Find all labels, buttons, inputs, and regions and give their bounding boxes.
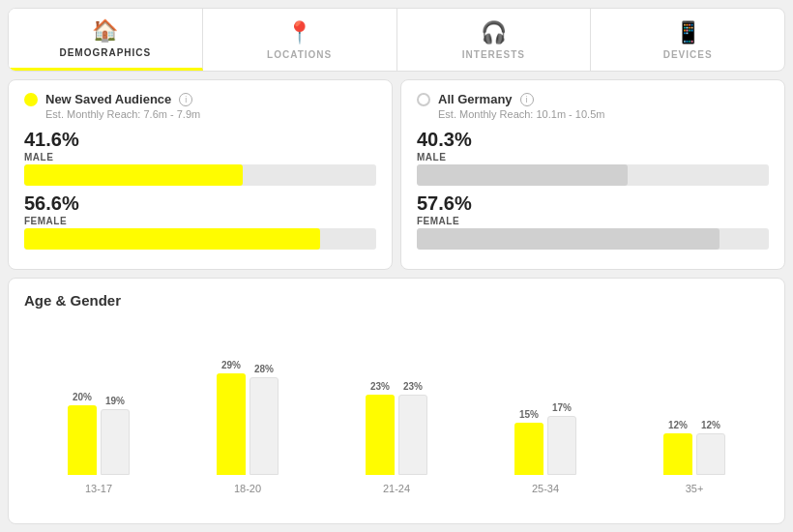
white-pct-35+: 12%: [701, 420, 720, 430]
white-bar-18-20: [250, 377, 279, 475]
yellow-bar-13-17: [68, 405, 97, 475]
bars-container-21-24: 23%23%: [322, 340, 471, 475]
new-saved-female-pct: 56.6%: [24, 193, 376, 213]
white-bar-21-24: [398, 395, 427, 475]
devices-icon: 📱: [675, 20, 701, 45]
all-germany-info-icon[interactable]: i: [520, 93, 534, 106]
tab-devices-label: DEVICES: [663, 49, 713, 60]
new-saved-male-track: [24, 164, 376, 186]
all-germany-male-pct: 40.3%: [417, 130, 769, 149]
new-saved-reach: Est. Monthly Reach: 7.6m - 7.9m: [45, 108, 376, 120]
tab-locations[interactable]: 📍 LOCATIONS: [203, 9, 397, 71]
chart-title: Age & Gender: [24, 292, 769, 309]
new-saved-male-label: MALE: [24, 152, 376, 163]
demographics-icon: 🏠: [92, 18, 118, 44]
bars-container-13-17: 20%19%: [24, 340, 173, 475]
all-germany-male-row: 40.3% MALE: [417, 130, 769, 186]
age-group-18-20: 29%28%18-20: [173, 318, 322, 494]
new-saved-female-row: 56.6% FEMALE: [24, 193, 376, 250]
all-germany-card: All Germany i Est. Monthly Reach: 10.1m …: [400, 79, 785, 270]
all-germany-male-label: MALE: [417, 152, 769, 163]
white-bar-35+: [696, 433, 725, 475]
yellow-pct-21-24: 23%: [370, 381, 390, 392]
yellow-pct-25-34: 15%: [519, 409, 539, 420]
yellow-bar-group-21-24: 23%: [366, 381, 395, 475]
age-gender-chart-section: Age & Gender 20%19%13-1729%28%18-2023%23…: [8, 278, 785, 524]
white-bar-group-25-34: 17%: [547, 402, 576, 475]
white-pct-18-20: 28%: [254, 364, 274, 374]
bars-container-25-34: 15%17%: [471, 340, 620, 475]
yellow-pct-18-20: 29%: [221, 360, 241, 370]
yellow-bar-group-25-34: 15%: [514, 409, 543, 475]
new-saved-male-pct: 41.6%: [24, 130, 376, 149]
yellow-bar-18-20: [217, 373, 246, 475]
all-germany-female-track: [417, 228, 769, 250]
bars-container-35+: 12%12%: [620, 340, 769, 475]
yellow-bar-group-18-20: 29%: [217, 360, 246, 475]
yellow-bar-25-34: [514, 423, 543, 475]
new-saved-header: New Saved Audience i: [24, 92, 376, 106]
tab-interests[interactable]: 🎧 INTERESTS: [397, 9, 592, 71]
white-bar-group-21-24: 23%: [398, 381, 427, 475]
age-label-35+: 35+: [686, 483, 704, 494]
yellow-bar-35+: [663, 433, 692, 475]
white-bar-group-35+: 12%: [696, 420, 725, 475]
age-label-13-17: 13-17: [85, 483, 112, 494]
tab-locations-label: LOCATIONS: [267, 49, 332, 60]
new-saved-audience-card: New Saved Audience i Est. Monthly Reach:…: [8, 79, 393, 270]
new-saved-female-track: [24, 228, 376, 250]
all-germany-reach: Est. Monthly Reach: 10.1m - 10.5m: [438, 108, 769, 120]
new-saved-dot: [24, 93, 38, 106]
age-label-21-24: 21-24: [383, 483, 410, 494]
yellow-bar-group-35+: 12%: [663, 420, 692, 475]
tab-bar: 🏠 DEMOGRAPHICS 📍 LOCATIONS 🎧 INTERESTS 📱…: [8, 8, 785, 72]
all-germany-female-label: FEMALE: [417, 216, 769, 226]
all-germany-female-row: 57.6% FEMALE: [417, 193, 769, 250]
white-pct-13-17: 19%: [105, 396, 125, 406]
all-germany-female-bar: [417, 228, 720, 250]
new-saved-info-icon[interactable]: i: [179, 93, 192, 106]
interests-icon: 🎧: [481, 20, 507, 45]
yellow-pct-35+: 12%: [668, 420, 688, 430]
age-group-13-17: 20%19%13-17: [24, 318, 173, 494]
locations-icon: 📍: [286, 20, 312, 45]
white-pct-21-24: 23%: [403, 381, 423, 392]
age-group-21-24: 23%23%21-24: [322, 318, 471, 494]
app-container: 🏠 DEMOGRAPHICS 📍 LOCATIONS 🎧 INTERESTS 📱…: [0, 0, 793, 532]
all-germany-dot: [417, 93, 430, 106]
new-saved-female-label: FEMALE: [24, 216, 376, 226]
white-bar-25-34: [547, 416, 576, 475]
age-group-25-34: 15%17%25-34: [471, 318, 620, 494]
white-bar-13-17: [101, 409, 130, 475]
all-germany-female-pct: 57.6%: [417, 193, 769, 213]
new-saved-male-row: 41.6% MALE: [24, 130, 376, 186]
white-pct-25-34: 17%: [552, 402, 572, 413]
tab-demographics-label: DEMOGRAPHICS: [59, 47, 151, 58]
yellow-bar-21-24: [366, 395, 395, 475]
tab-devices[interactable]: 📱 DEVICES: [591, 9, 784, 71]
all-germany-header: All Germany i: [417, 92, 769, 106]
age-label-25-34: 25-34: [532, 483, 559, 494]
new-saved-male-bar: [24, 164, 243, 186]
tab-interests-label: INTERESTS: [462, 49, 525, 60]
new-saved-title: New Saved Audience: [45, 92, 171, 106]
white-bar-group-18-20: 28%: [250, 364, 279, 475]
new-saved-female-bar: [24, 228, 320, 250]
white-bar-group-13-17: 19%: [101, 396, 130, 475]
all-germany-male-track: [417, 164, 769, 186]
yellow-bar-group-13-17: 20%: [68, 392, 97, 475]
age-label-18-20: 18-20: [234, 483, 261, 494]
bars-container-18-20: 29%28%: [173, 340, 322, 475]
all-germany-title: All Germany: [438, 92, 513, 106]
gender-section: New Saved Audience i Est. Monthly Reach:…: [8, 79, 785, 270]
all-germany-male-bar: [417, 164, 628, 186]
tab-demographics[interactable]: 🏠 DEMOGRAPHICS: [9, 9, 203, 71]
age-group-35+: 12%12%35+: [620, 318, 769, 494]
chart-area: 20%19%13-1729%28%18-2023%23%21-2415%17%2…: [24, 318, 769, 514]
yellow-pct-13-17: 20%: [73, 392, 92, 402]
